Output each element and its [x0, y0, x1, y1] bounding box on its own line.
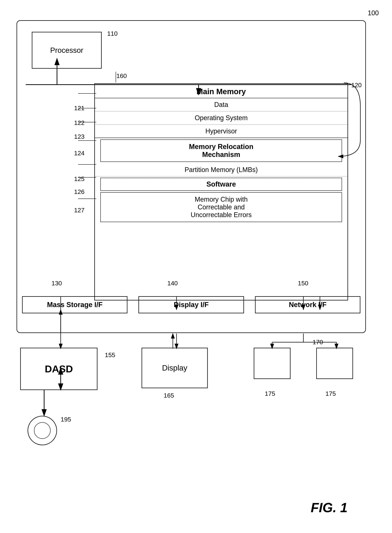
ref-195: 195 — [61, 416, 71, 423]
net-node-1 — [254, 348, 290, 379]
ref-130: 130 — [51, 280, 62, 287]
display-box: Display — [142, 348, 208, 388]
ref-140: 140 — [167, 280, 178, 287]
partition-section: Partition Memory (LMBs) — [95, 163, 347, 177]
ref-123: 123 — [74, 133, 84, 140]
display-label: Display — [162, 363, 187, 372]
ref-110: 110 — [107, 30, 118, 37]
ref-170: 170 — [313, 339, 323, 346]
hypervisor-section: Hypervisor — [95, 125, 347, 138]
mrm-box: Memory RelocationMechanism — [100, 139, 342, 162]
software-box: Software — [100, 178, 342, 191]
ref-175a: 175 — [265, 390, 275, 397]
ref-127: 127 — [74, 207, 84, 214]
cd-inner-icon — [34, 422, 51, 439]
ref-120: 120 — [351, 81, 362, 89]
main-memory-title: Main Memory — [95, 84, 347, 98]
ref-126: 126 — [74, 188, 84, 195]
ref-121: 121 — [74, 104, 84, 112]
ref-122: 122 — [74, 119, 84, 126]
net-node-2 — [316, 348, 353, 379]
chip-box: Memory Chip withCorrectable andUncorrect… — [100, 192, 342, 222]
data-section: Data — [95, 98, 347, 112]
dasd-box: DASD — [20, 348, 98, 390]
network-if-box: Network I/F — [255, 296, 360, 313]
ref-155: 155 — [105, 351, 115, 358]
diagram-container: 100 Processor 110 160 Main Memory Data O… — [7, 7, 384, 526]
ref-160: 160 — [116, 72, 127, 80]
ref-125: 125 — [74, 175, 84, 183]
display-if-box: Display I/F — [138, 296, 244, 313]
processor-label: Processor — [50, 46, 83, 54]
os-section: Operating System — [95, 112, 347, 125]
dasd-label: DASD — [45, 363, 73, 375]
outer-box: Processor 110 160 Main Memory Data Opera… — [17, 20, 366, 333]
main-memory-outer: Main Memory Data Operating System Hyperv… — [94, 83, 348, 300]
ref-124: 124 — [74, 150, 84, 157]
ref-175b: 175 — [326, 390, 336, 397]
mass-storage-box: Mass Storage I/F — [22, 296, 127, 313]
software-label: Software — [206, 180, 236, 188]
mrm-label: Memory RelocationMechanism — [189, 143, 254, 158]
ref-165: 165 — [164, 392, 174, 399]
fig-label: FIG. 1 — [311, 500, 347, 515]
ref-100: 100 — [368, 9, 379, 17]
processor-box: Processor — [32, 32, 102, 69]
bottom-row: Mass Storage I/F Display I/F Network I/F — [17, 296, 366, 313]
ref-150: 150 — [298, 280, 308, 287]
chip-label: Memory Chip withCorrectable andUncorrect… — [191, 196, 252, 219]
